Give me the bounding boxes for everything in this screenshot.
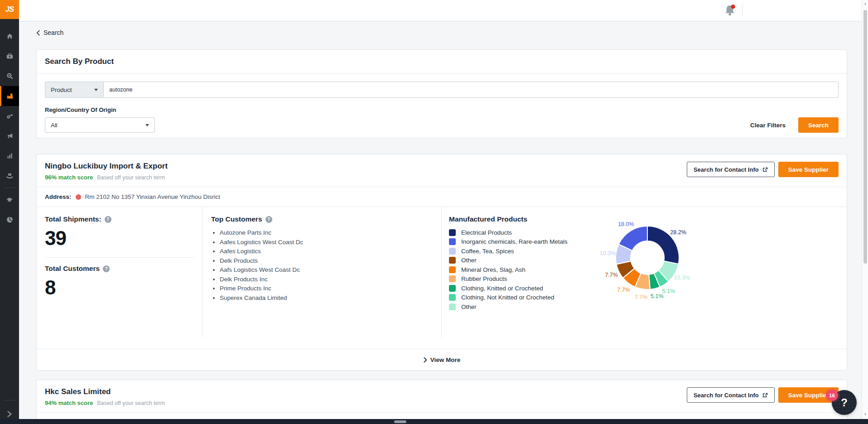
vertical-scrollbar[interactable]: ▲ ▼ [862,0,868,419]
top-customer-item[interactable]: Prime Products Inc [220,284,433,294]
toolbox-icon [6,53,14,60]
legend-label: Other [461,304,477,310]
legend-item: Rubber Products [449,275,568,284]
legend-swatch [449,294,456,301]
external-link-icon [762,167,768,173]
donut-slice-label: 7.7% [617,287,630,293]
legend-item: Clothing, Knitted or Crocheted [449,284,568,293]
megaphone-icon [6,132,14,140]
products-legend: Electrical ProductsInorganic chemicals, … [449,228,568,312]
legend-swatch [449,248,456,255]
legend-label: Coffee, Tea, Spices [461,248,514,255]
key-icon [6,112,14,120]
legend-item: Coffee, Tea, Spices [449,246,568,256]
manufactured-products-label: Manufactured Products [449,215,568,223]
legend-item: Clothing, Not Knitted or Crocheted [449,293,568,303]
address-label: Address: [45,193,72,200]
top-customer-item[interactable]: Delk Products [220,256,433,266]
chevron-down-icon [145,124,149,126]
sidebar-item-key[interactable] [0,106,19,126]
help-tooltip-icon[interactable]: ? [105,216,111,223]
top-customer-item[interactable]: Superex Canada Limited [220,294,433,303]
notifications-button[interactable] [723,4,738,18]
match-note: Based off your search term [97,174,165,181]
search-card-title: Search By Product [45,57,839,66]
top-customer-item[interactable]: Aafes Logistics [220,247,433,256]
stat-divider [45,257,194,258]
clear-filters-button[interactable]: Clear Filters [750,122,786,129]
supplier-result-card: Hkc Sales Limited 94% match score Based … [36,380,847,419]
search-type-dropdown[interactable]: Product [45,82,104,98]
donut-slice-label: 10.3% [674,275,690,281]
sidebar-item-megaphone[interactable] [0,126,19,146]
donut-slice-label: 28.2% [670,229,686,236]
sidebar-item-supplier-database[interactable] [0,86,19,106]
save-supplier-button[interactable]: Save Supplier [778,162,839,177]
legend-item: Mineral Ores, Slag, Ash [449,265,568,275]
scroll-down-arrow[interactable]: ▼ [862,411,868,417]
donut-slice-label: 7.7% [605,272,618,278]
app-logo[interactable]: JS [0,0,19,19]
search-type-value: Product [51,87,72,93]
legend-swatch [449,266,456,273]
sidebar-divider [4,188,15,188]
horizontal-scrollbar-thumb[interactable] [394,420,406,423]
view-more-button[interactable]: View More [37,349,847,370]
help-tooltip-icon[interactable]: ? [103,265,110,272]
external-link-icon [762,392,768,398]
scroll-up-arrow[interactable]: ▲ [862,0,868,6]
legend-label: Clothing, Knitted or Crocheted [461,285,543,292]
legend-label: Rubber Products [461,275,507,282]
help-tooltip-icon[interactable]: ? [265,216,272,223]
address-text: Rm 2102 No 1357 Yinxian Avenue Yinzhou D… [85,193,220,200]
top-customer-item[interactable]: Aafs Logistics West Coast Dc [220,265,433,275]
graduation-cap-icon [5,196,14,203]
sidebar-item-search[interactable] [0,66,19,86]
legend-label: Inorganic chemicals, Rare-earth Metals [461,238,568,245]
legend-item: Other [449,256,568,265]
home-icon [6,33,14,40]
legend-label: Other [461,257,477,264]
sidebar-bottom-divider [4,400,15,400]
top-customer-item[interactable]: Aafes Logistics West Coast Dc [220,238,433,247]
sidebar-item-academy[interactable] [0,190,19,210]
breadcrumb-back[interactable]: Search [36,29,63,36]
top-customer-item[interactable]: Autozone Parts Inc [220,228,433,238]
sidebar-item-home[interactable] [0,26,19,46]
question-mark-icon: ? [841,396,848,409]
legend-swatch [449,238,456,245]
region-label: Region/Country Of Origin [45,106,839,113]
country-flag-icon [76,194,81,200]
legend-swatch [449,304,456,310]
sidebar: JS [0,0,19,424]
search-by-product-card: Search By Product Product Region/Country… [36,49,847,138]
breadcrumb-label: Search [43,29,63,36]
scrollbar-thumb[interactable] [863,10,867,264]
search-contact-info-button[interactable]: Search for Contact Info [687,162,775,177]
sidebar-item-reports[interactable] [0,210,19,230]
donut-slice-label: 5.1% [651,293,664,299]
donut-chart-svg: 28.2%10.3%5.1%5.1%7.7%7.7%7.7%10.3%18.0% [593,216,702,302]
legend-swatch [449,275,456,282]
sidebar-item-supplier-hand[interactable] [0,166,19,186]
topbar-divider [742,5,743,17]
chevron-left-icon [36,30,40,36]
donut-slice-label: 7.7% [635,294,648,300]
search-contact-info-button[interactable]: Search for Contact Info [687,387,775,403]
legend-item: Inorganic chemicals, Rare-earth Metals [449,237,568,247]
legend-item: Other [449,302,568,312]
chevron-right-icon [6,410,13,418]
sidebar-collapse-button[interactable] [0,410,19,418]
search-query-input[interactable] [104,82,839,98]
supplier-result-card: Ningbo Luckibuy Import & Export 96% matc… [36,154,847,371]
sidebar-item-analytics[interactable] [0,146,19,166]
top-customer-item[interactable]: Delk Products Inc [220,275,433,284]
top-customers-label: Top Customers [211,215,262,223]
search-button[interactable]: Search [798,117,839,133]
legend-swatch [449,229,456,236]
total-shipments-value: 39 [45,227,194,250]
donut-slice-label: 5.1% [662,288,675,294]
sidebar-item-toolbox[interactable] [0,46,19,66]
region-dropdown[interactable]: All [45,117,155,133]
match-score: 96% match score [45,174,93,181]
